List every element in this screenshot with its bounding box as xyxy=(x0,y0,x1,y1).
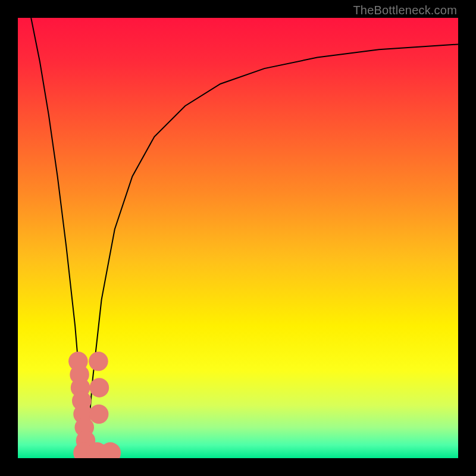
plot-area xyxy=(18,18,458,458)
bottleneck-curve-right xyxy=(86,44,458,458)
watermark-text: TheBottleneck.com xyxy=(353,4,457,17)
data-marker xyxy=(89,352,108,371)
chart-frame: TheBottleneck.com xyxy=(0,0,476,476)
data-marker xyxy=(90,378,109,397)
data-marker xyxy=(89,405,109,424)
curve-layer xyxy=(18,18,458,458)
data-markers xyxy=(68,352,121,458)
